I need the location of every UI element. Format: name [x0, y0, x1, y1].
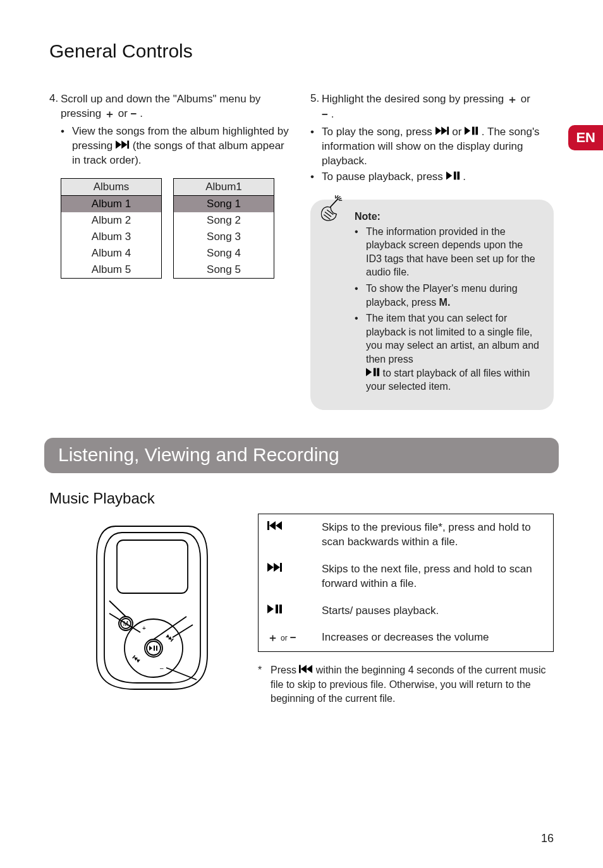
svg-rect-14 [377, 368, 379, 376]
svg-marker-40 [276, 521, 282, 530]
note-item: The item that you can select for playbac… [355, 311, 541, 394]
control-desc: Skips to the previous file*, press and h… [322, 521, 544, 550]
text: The information provided in the playback… [366, 225, 541, 279]
svg-rect-7 [472, 126, 475, 135]
svg-marker-35 [149, 646, 152, 651]
text: To play the song, press [322, 126, 436, 138]
text: . [331, 108, 334, 120]
albums-row: Album 5 [61, 262, 161, 278]
svg-marker-4 [441, 126, 447, 135]
text: Press [271, 665, 299, 675]
play-pause-icon [267, 604, 312, 614]
control-row-next: Skips to the next file, press and hold t… [259, 556, 553, 598]
svg-line-26 [166, 668, 197, 680]
next-icon [267, 562, 312, 572]
songs-menu: Album1 Song 1 Song 2 Song 3 Song 4 Song … [173, 178, 274, 279]
heading-general-controls: General Controls [49, 40, 554, 62]
prev-icon [267, 521, 312, 531]
text: to start playback of all files within yo… [366, 368, 530, 392]
svg-marker-44 [267, 605, 274, 613]
songs-row: Song 2 [174, 212, 274, 229]
songs-row: Song 4 [174, 245, 274, 262]
note-hand-icon [315, 195, 347, 226]
svg-marker-49 [307, 665, 312, 673]
step-5: 5. Highlight the desired song by pressin… [310, 92, 554, 123]
svg-rect-38 [267, 521, 269, 530]
svg-line-22 [109, 601, 126, 617]
svg-rect-15 [117, 540, 188, 593]
albums-row: Album 3 [61, 229, 161, 245]
svg-rect-46 [279, 605, 282, 613]
plus-icon: ＋ [507, 93, 518, 107]
step-number: 4. [49, 92, 61, 122]
albums-menu: Albums Album 1 Album 2 Album 3 Album 4 A… [61, 178, 162, 279]
svg-marker-9 [446, 171, 452, 179]
note-item: To show the Player's menu during playbac… [355, 282, 541, 309]
text: or [118, 107, 131, 119]
albums-row: Album 2 [61, 212, 161, 229]
two-column-layout: 4. Scroll up and down the "Albums" menu … [49, 92, 554, 410]
text: or [521, 93, 530, 105]
bullet-pause: To pause playback, press . [310, 170, 554, 184]
bullet-play: To play the song, press or . The song's … [310, 125, 554, 169]
albums-row-selected: Album 1 [61, 196, 161, 212]
plus-icon: ＋ [267, 630, 278, 645]
svg-rect-8 [476, 126, 478, 135]
step-number: 5. [310, 92, 322, 123]
note-list: The information provided in the playback… [355, 225, 541, 394]
note-box: Note: The information provided in the pl… [310, 200, 554, 410]
svg-rect-45 [276, 605, 278, 613]
minus-icon: − [131, 107, 137, 122]
svg-marker-12 [366, 368, 372, 376]
play-pause-icon [366, 368, 382, 378]
note-title: Note: [355, 211, 541, 222]
page-number: 16 [541, 832, 554, 845]
device-illustration: M + [49, 514, 252, 696]
next-end-icon [436, 126, 453, 138]
controls-column: Skips to the previous file*, press and h… [258, 514, 554, 706]
control-row-volume: ＋ or − Increases or decreases the volume [259, 624, 553, 651]
step-4-text: Scroll up and down the "Albums" menu by … [61, 92, 293, 122]
controls-table: Skips to the previous file*, press and h… [258, 514, 554, 653]
svg-text:+: + [142, 625, 146, 632]
songs-header: Album1 [174, 179, 274, 196]
minus-icon: − [290, 632, 296, 644]
asterisk: * [258, 663, 265, 706]
albums-row: Album 4 [61, 245, 161, 262]
svg-marker-3 [436, 126, 441, 135]
playback-row: M + [49, 514, 554, 706]
text: or [452, 126, 465, 138]
songs-row: Song 5 [174, 262, 274, 278]
svg-rect-37 [156, 646, 157, 651]
svg-marker-48 [301, 665, 307, 673]
text: The item that you can select for playbac… [366, 313, 539, 365]
svg-rect-11 [457, 171, 460, 179]
control-row-prev: Skips to the previous file*, press and h… [259, 514, 553, 556]
menu-tables: Albums Album 1 Album 2 Album 3 Album 4 A… [49, 178, 293, 279]
svg-marker-42 [274, 563, 280, 572]
text: Highlight the desired song by pressing [322, 93, 507, 105]
svg-text:–: – [160, 665, 164, 672]
prev-start-icon [299, 665, 315, 675]
left-bullet-list: View the songs from the album highlighte… [49, 124, 293, 168]
svg-line-25 [173, 625, 193, 637]
control-desc: Increases or decreases the volume [322, 630, 544, 645]
m-key: M. [439, 297, 451, 308]
plus-icon: ＋ [104, 107, 115, 122]
svg-rect-13 [374, 368, 376, 376]
svg-rect-10 [453, 171, 456, 179]
footnote: * Press within the beginning 4 seconds o… [258, 663, 554, 706]
songs-row: Song 3 [174, 229, 274, 245]
text: Scroll up and down the "Albums" menu by … [61, 93, 260, 119]
svg-marker-39 [269, 521, 276, 530]
section-band: Listening, Viewing and Recording [44, 438, 559, 473]
right-bullet-list: To play the song, press or . The song's … [310, 125, 554, 184]
svg-marker-1 [121, 140, 127, 148]
heading-music-playback: Music Playback [49, 490, 554, 507]
page: General Controls 4. Scroll up and down t… [0, 0, 603, 868]
bullet-view-songs: View the songs from the album highlighte… [61, 124, 293, 168]
svg-marker-6 [465, 126, 470, 135]
next-end-icon [116, 140, 133, 152]
volume-keys: ＋ or − [267, 630, 312, 645]
step-5-text: Highlight the desired song by pressing ＋… [322, 92, 554, 123]
